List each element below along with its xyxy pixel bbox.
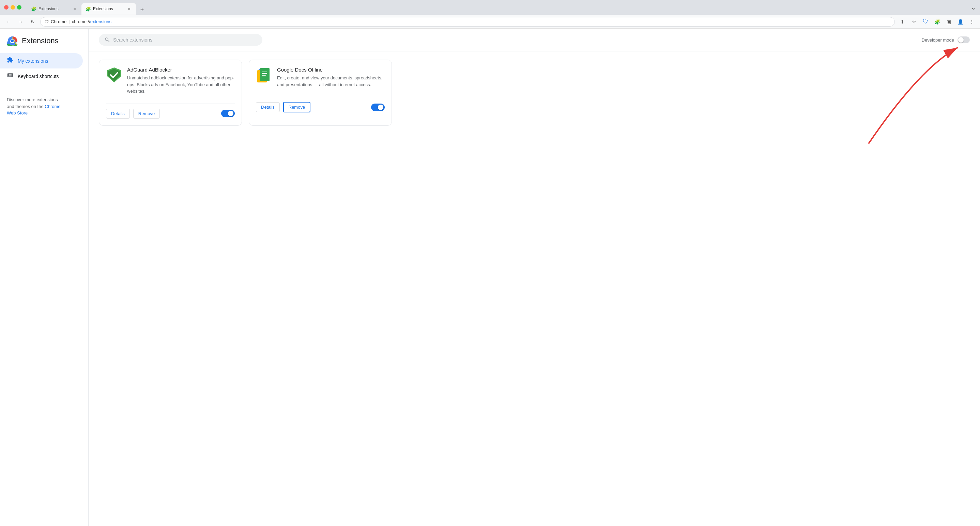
adguard-desc: Unmatched adblock extension for advertis…	[127, 75, 235, 95]
open-tabs-button[interactable]: ⌄	[971, 4, 976, 11]
sidebar-item-label-keyboard-shortcuts: Keyboard shortcuts	[18, 73, 59, 79]
sidebar-nav: My extensions Keyboard shortcuts	[0, 53, 88, 84]
extensions-button[interactable]: 🧩	[932, 17, 942, 27]
back-button[interactable]: ←	[3, 17, 13, 27]
tab-bar: 🧩 Extensions ✕ 🧩 Extensions ✕ + ⌄	[0, 0, 980, 15]
tabs-area: 🧩 Extensions ✕ 🧩 Extensions ✕ +	[27, 0, 968, 15]
adguard-shield-icon	[106, 67, 123, 83]
extension-card-adguard: AdGuard AdBlocker Unmatched adblock exte…	[99, 60, 242, 126]
gdocs-desc: Edit, create, and view your documents, s…	[277, 75, 385, 88]
reload-button[interactable]: ↻	[28, 17, 38, 27]
keyboard-nav-icon	[7, 72, 14, 80]
maximize-window-button[interactable]	[17, 5, 21, 10]
address-bar-row: ← → ↻ 🛡 Chrome | chrome://extensions ⬆ ☆…	[0, 15, 980, 29]
adguard-info: AdGuard AdBlocker Unmatched adblock exte…	[127, 67, 235, 95]
share-button[interactable]: ⬆	[897, 17, 907, 27]
developer-mode-toggle[interactable]	[958, 37, 970, 43]
tab-close-1[interactable]: ✕	[72, 6, 77, 11]
gdocs-name: Google Docs Offline	[277, 67, 385, 73]
address-bar[interactable]: 🛡 Chrome | chrome://extensions	[40, 17, 895, 27]
adguard-icon	[106, 67, 123, 83]
address-separator: |	[68, 19, 70, 24]
tab-label-1: Extensions	[38, 6, 59, 11]
adguard-name: AdGuard AdBlocker	[127, 67, 235, 73]
tab-extensions-2[interactable]: 🧩 Extensions ✕	[81, 3, 136, 15]
adguard-details-button[interactable]: Details	[106, 109, 130, 119]
gdocs-details-button[interactable]: Details	[256, 102, 280, 112]
gdocs-toggle[interactable]	[371, 103, 385, 111]
profile-button[interactable]: 👤	[956, 17, 965, 27]
gdocs-toggle-knob	[378, 105, 383, 110]
traffic-lights	[4, 5, 21, 10]
adguard-toggle-knob	[228, 111, 234, 116]
gdocs-icon-wrap	[256, 67, 272, 83]
search-icon	[104, 37, 110, 43]
main-content: Search extensions Developer mode	[89, 29, 980, 526]
address-url: chrome://extensions	[72, 19, 111, 24]
gdocs-remove-button[interactable]: Remove	[283, 102, 310, 113]
shield-icon: 🛡	[45, 19, 49, 24]
sidebar-item-keyboard-shortcuts[interactable]: Keyboard shortcuts	[0, 68, 83, 84]
svg-point-4	[11, 40, 14, 42]
adguard-card-header: AdGuard AdBlocker Unmatched adblock exte…	[106, 67, 235, 95]
adguard-remove-button[interactable]: Remove	[133, 109, 160, 119]
chrome-logo-icon	[7, 35, 18, 46]
sidebar: Extensions My extensions	[0, 29, 89, 526]
sidebar-header: Extensions	[0, 35, 88, 53]
bookmark-button[interactable]: ☆	[909, 17, 919, 27]
adguard-toolbar-icon[interactable]: 🛡	[921, 17, 930, 27]
tab-extensions-1[interactable]: 🧩 Extensions ✕	[27, 3, 81, 15]
search-box[interactable]: Search extensions	[99, 34, 262, 46]
toolbar-right: ⬆ ☆ 🛡 🧩 ▣ 👤 ⋮	[897, 17, 977, 27]
new-tab-button[interactable]: +	[137, 5, 147, 15]
main-header: Search extensions Developer mode	[89, 29, 980, 51]
developer-mode-label: Developer mode	[922, 38, 954, 43]
search-placeholder: Search extensions	[113, 37, 152, 43]
puzzle-nav-icon	[7, 57, 14, 65]
puzzle-icon: 🧩	[31, 6, 37, 11]
extensions-grid: AdGuard AdBlocker Unmatched adblock exte…	[89, 51, 980, 134]
close-window-button[interactable]	[4, 5, 8, 10]
minimize-window-button[interactable]	[11, 5, 15, 10]
gdocs-card-header: Google Docs Offline Edit, create, and vi…	[256, 67, 385, 88]
extension-card-gdocs: Google Docs Offline Edit, create, and vi…	[249, 60, 392, 126]
sidebar-item-my-extensions[interactable]: My extensions	[0, 53, 83, 68]
tab-label-2: Extensions	[93, 6, 113, 11]
split-screen-button[interactable]: ▣	[944, 17, 953, 27]
address-domain: Chrome	[51, 19, 67, 24]
gdocs-card-footer: Details Remove	[256, 97, 385, 113]
gdocs-icon	[256, 67, 272, 83]
sidebar-title: Extensions	[22, 37, 59, 45]
puzzle-icon-2: 🧩	[86, 6, 91, 11]
adguard-toggle[interactable]	[221, 110, 235, 117]
tab-close-2[interactable]: ✕	[126, 6, 132, 11]
adguard-card-footer: Details Remove	[106, 103, 235, 119]
toggle-knob	[958, 37, 964, 43]
chrome-web-store-link[interactable]: ChromeWeb Store	[7, 104, 60, 116]
menu-button[interactable]: ⋮	[967, 17, 977, 27]
browser-window: 🧩 Extensions ✕ 🧩 Extensions ✕ + ⌄ ← → ↻ …	[0, 0, 980, 526]
developer-mode-section: Developer mode	[922, 37, 970, 43]
page: Extensions My extensions	[0, 29, 980, 526]
gdocs-info: Google Docs Offline Edit, create, and vi…	[277, 67, 385, 88]
sidebar-discover: Discover more extensionsand themes on th…	[0, 92, 88, 121]
forward-button[interactable]: →	[16, 17, 25, 27]
sidebar-divider	[7, 88, 81, 88]
sidebar-item-label-my-extensions: My extensions	[18, 58, 48, 64]
